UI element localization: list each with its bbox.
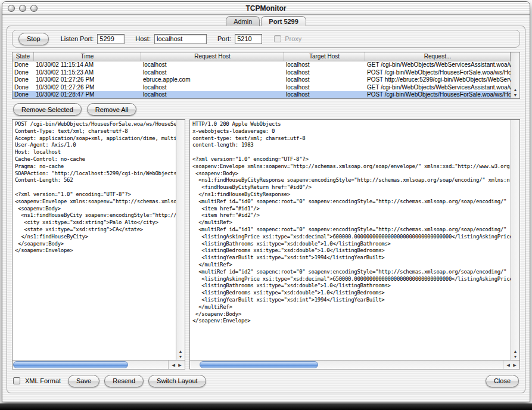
port-tab-pane: Stop Listen Port: Host: Port: Proxy Stat… [7, 26, 525, 393]
cell-request-host: localhost [141, 61, 284, 69]
table-actions: Remove Selected Remove All [12, 103, 520, 116]
table-row[interactable]: Done10/30/02 01:27:26 PMebruce.apple.com… [13, 76, 511, 84]
desktop-edge [0, 403, 532, 410]
cell-request-host: localhost [141, 84, 284, 92]
column-header-request-host[interactable]: Request Host [141, 52, 284, 61]
host-label: Host: [135, 35, 151, 42]
connection-toolbar: Stop Listen Port: Host: Port: Proxy [12, 30, 520, 48]
listen-port-label: Listen Port: [61, 35, 94, 42]
tab-admin[interactable]: Admin [226, 16, 260, 26]
request-table: StateTimeRequest HostTarget HostRequest.… [12, 52, 520, 99]
cell-request-host: localhost [141, 69, 284, 77]
window-title: TCPMonitor [246, 4, 287, 13]
table-header-row: StateTimeRequest HostTarget HostRequest.… [13, 52, 511, 61]
cell-state: Done [13, 91, 34, 98]
cell-target-host: localhost [284, 76, 365, 84]
scroll-thumb[interactable] [13, 361, 128, 368]
cell-request-host: ebruce.apple.com [141, 76, 284, 84]
cell-request: GET /cgi-bin/WebObjects/WebServicesAssis… [365, 61, 511, 69]
request-vertical-scrollbar[interactable]: ▲ ▼ [176, 120, 185, 360]
cell-state: Done [13, 76, 34, 84]
tab-bar: Admin Port 5299 [2, 15, 530, 26]
cell-time: 10/30/02 01:28:47 PM [34, 91, 141, 98]
scroll-track[interactable] [190, 361, 503, 369]
cell-state: Done [13, 84, 34, 92]
stop-button[interactable]: Stop [18, 33, 49, 45]
detail-panes: POST /cgi-bin/WebObjects/HousesForSale.w… [12, 119, 520, 369]
response-vertical-scrollbar[interactable]: ▲ ▼ [511, 120, 519, 360]
scroll-down-icon[interactable]: ▼ [514, 355, 518, 359]
cell-state: Done [13, 69, 34, 77]
cell-request-host: localhost [141, 91, 284, 98]
scroll-left-icon[interactable]: ◀ [172, 363, 175, 367]
window-controls [8, 5, 38, 12]
column-header-state[interactable]: State [13, 52, 34, 61]
scroll-up-icon[interactable]: ▲ [514, 349, 518, 353]
footer-bar: XML Format Save Resend Switch Layout Clo… [12, 374, 520, 388]
tab-port-5299[interactable]: Port 5299 [261, 16, 306, 26]
cell-request: POST /cgi-bin/WebObjects/HousesForSale.w… [365, 69, 511, 77]
remove-all-button[interactable]: Remove All [87, 103, 137, 116]
request-horizontal-scrollbar[interactable]: ◀ ▶ [13, 360, 185, 369]
cell-target-host: localhost [284, 61, 365, 69]
xml-format-label: XML Format [25, 377, 61, 384]
request-table-main: StateTimeRequest HostTarget HostRequest.… [13, 52, 511, 98]
scroll-track[interactable] [13, 361, 168, 369]
cell-request: GET /cgi-bin/WebObjects/WebServicesAssis… [365, 84, 511, 92]
close-window-button[interactable] [8, 5, 15, 12]
cell-target-host: localhost [284, 84, 365, 92]
scroll-down-icon[interactable]: ▼ [514, 93, 518, 97]
request-text[interactable]: POST /cgi-bin/WebObjects/HousesForSale.w… [13, 120, 176, 360]
zoom-window-button[interactable] [30, 5, 38, 12]
cell-time: 10/30/02 01:27:26 PM [34, 84, 141, 92]
scroll-up-icon[interactable]: ▲ [179, 349, 183, 353]
port-label: Port: [217, 35, 231, 42]
scroll-right-icon[interactable]: ▶ [178, 363, 181, 367]
response-horizontal-scrollbar[interactable]: ◀ ▶ [190, 360, 519, 369]
close-button[interactable]: Close [486, 375, 519, 387]
scroll-arrow-buttons: ◀ ▶ [503, 361, 519, 369]
request-detail-pane: POST /cgi-bin/WebObjects/HousesForSale.w… [12, 119, 185, 369]
host-input[interactable] [154, 34, 207, 44]
switch-layout-button[interactable]: Switch Layout [148, 375, 206, 387]
cell-target-host: localhost [284, 69, 365, 77]
scroll-up-icon[interactable]: ▲ [514, 88, 518, 92]
title-bar[interactable]: TCPMonitor [2, 2, 530, 15]
column-header-target-host[interactable]: Target Host [284, 52, 365, 61]
resend-button[interactable]: Resend [104, 375, 144, 387]
response-detail-pane: HTTP/1.0 200 Apple WebObjects x-webobjec… [189, 119, 520, 369]
scroll-down-icon[interactable]: ▼ [179, 355, 183, 359]
table-row[interactable]: Done10/30/02 11:15:14 AMlocalhostlocalho… [13, 61, 511, 69]
cell-time: 10/30/02 11:15:14 AM [34, 61, 141, 69]
remove-selected-button[interactable]: Remove Selected [13, 103, 82, 116]
cell-time: 10/30/02 01:27:26 PM [34, 76, 141, 84]
column-header-time[interactable]: Time [34, 52, 141, 61]
table-row[interactable]: Done10/30/02 11:15:23 AMlocalhostlocalho… [13, 69, 511, 77]
tcpmonitor-window: TCPMonitor Admin Port 5299 Stop Listen P… [2, 1, 530, 402]
table-vertical-scrollbar[interactable]: ▲ ▼ [511, 52, 519, 98]
scroll-left-icon[interactable]: ◀ [506, 363, 509, 367]
response-text[interactable]: HTTP/1.0 200 Apple WebObjects x-webobjec… [190, 120, 511, 360]
save-button[interactable]: Save [68, 375, 99, 387]
scroll-arrow-buttons: ◀ ▶ [168, 361, 185, 369]
column-header-request[interactable]: Request... [365, 52, 511, 61]
cell-target-host: localhost [284, 91, 365, 98]
table-row[interactable]: Done10/30/02 01:27:26 PMlocalhostlocalho… [13, 84, 511, 92]
port-input[interactable] [235, 34, 262, 44]
cell-request: POST http://ebruce:5299/cgi-bin/WebObjec… [365, 76, 511, 84]
request-table-body: Done10/30/02 11:15:14 AMlocalhostlocalho… [13, 61, 511, 98]
table-row[interactable]: Done10/30/02 01:28:47 PMlocalhostlocalho… [13, 91, 511, 98]
minimize-window-button[interactable] [19, 5, 26, 12]
cell-request: POST /cgi-bin/WebObjects/HousesForSale.w… [365, 91, 511, 98]
listen-port-input[interactable] [97, 34, 125, 44]
proxy-label: Proxy [285, 35, 301, 42]
cell-state: Done [13, 61, 34, 69]
cell-time: 10/30/02 11:15:23 AM [34, 69, 141, 77]
scroll-right-icon[interactable]: ▶ [513, 363, 516, 367]
xml-format-checkbox[interactable] [13, 377, 20, 384]
scroll-thumb[interactable] [200, 361, 319, 368]
proxy-checkbox[interactable] [274, 35, 281, 42]
